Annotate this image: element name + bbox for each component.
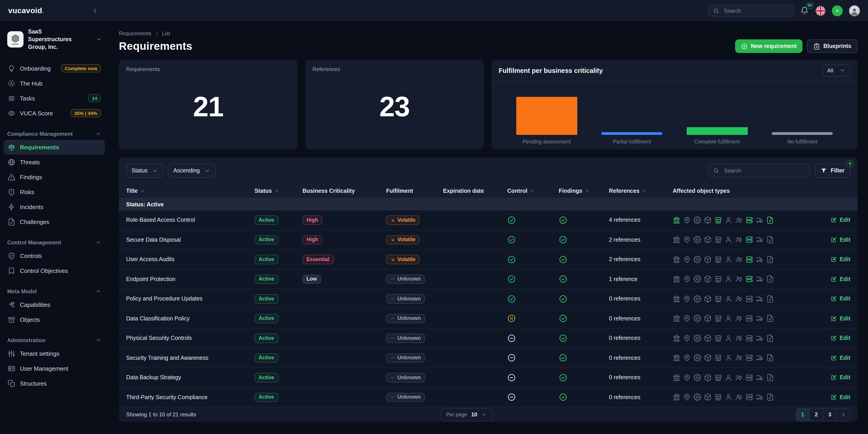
- filter-button[interactable]: Filter 0: [815, 163, 850, 178]
- sidebar-item-vuca-score[interactable]: VUCA Score35% | 34%: [4, 106, 105, 121]
- breadcrumb-requirements[interactable]: Requirements: [119, 31, 151, 36]
- status-badge: Active: [254, 353, 278, 363]
- edit-icon: [831, 237, 837, 243]
- sidebar-item-risks[interactable]: Risks: [4, 184, 105, 199]
- edit-button[interactable]: Edit: [822, 276, 850, 282]
- sidebar-item-tasks[interactable]: Tasks14: [4, 91, 105, 106]
- fulfilment-badge: Unknown: [386, 393, 425, 402]
- sort-field-select[interactable]: Status: [126, 163, 163, 178]
- edit-button[interactable]: Edit: [822, 335, 850, 342]
- quick-add-button[interactable]: [832, 5, 843, 16]
- edit-button[interactable]: Edit: [822, 394, 850, 401]
- check-circle-icon: [559, 255, 567, 264]
- sidebar-section-meta-model[interactable]: Meta Model: [7, 288, 101, 294]
- table-row[interactable]: Data Classification PolicyActiveUnknown0…: [119, 309, 858, 328]
- sidebar-item-label: Structures: [20, 380, 47, 387]
- sidebar-item-user-management[interactable]: User Management: [4, 361, 105, 376]
- user-avatar[interactable]: [849, 5, 860, 16]
- new-requirement-button[interactable]: New requirement: [735, 39, 803, 53]
- uk-flag-icon[interactable]: [815, 6, 826, 16]
- edit-button[interactable]: Edit: [822, 355, 850, 361]
- edit-icon: [831, 217, 837, 223]
- ellipsis-icon: [390, 296, 395, 301]
- sidebar-item-challenges[interactable]: Challenges: [4, 214, 105, 229]
- table-row[interactable]: Third-Party Security ComplianceActiveUnk…: [119, 387, 858, 407]
- search-icon: [713, 7, 719, 14]
- edit-button[interactable]: Edit: [822, 296, 850, 302]
- sidebar-item-onboarding[interactable]: OnboardingComplete now: [4, 61, 105, 76]
- notifications-button[interactable]: 50: [800, 6, 809, 15]
- column-header-status[interactable]: Status: [254, 187, 303, 194]
- status-badge: Active: [254, 275, 278, 284]
- check-circle-icon: [559, 354, 567, 362]
- sidebar-item-label: Challenges: [20, 219, 49, 225]
- bank-icon: [673, 315, 680, 322]
- hub-icon: [8, 80, 16, 87]
- table-row[interactable]: Security Training and AwarenessActiveUnk…: [119, 348, 858, 368]
- blueprints-button[interactable]: Blueprints: [807, 39, 858, 53]
- column-header-title[interactable]: Title: [126, 187, 254, 194]
- page-button-3[interactable]: 3: [823, 408, 836, 421]
- bank-icon: [673, 354, 680, 362]
- sidebar-section-control-management[interactable]: Control Management: [7, 239, 101, 245]
- column-header-findings[interactable]: Findings: [559, 187, 609, 194]
- table-row[interactable]: Physical Security ControlsActiveUnknown0…: [119, 328, 858, 348]
- row-title: Physical Security Controls: [126, 335, 254, 342]
- chart-filter-select[interactable]: All: [822, 64, 850, 76]
- sidebar-item-structures[interactable]: Structures: [4, 376, 105, 391]
- table-row[interactable]: Endpoint ProtectionActiveLowUnknown1 ref…: [119, 269, 858, 289]
- sidebar-item-controls[interactable]: Controls: [4, 248, 105, 263]
- sidebar-item-label: Onboarding: [20, 65, 51, 72]
- page-title: Requirements: [119, 40, 192, 53]
- edit-button[interactable]: Edit: [822, 256, 850, 263]
- global-search-input[interactable]: [723, 7, 789, 14]
- page-button-2[interactable]: 2: [809, 408, 823, 421]
- table-header-row: TitleStatusBusiness CriticalityFulfilmen…: [119, 184, 858, 198]
- references-count: 0 references: [609, 315, 673, 322]
- sidebar-item-the-hub[interactable]: The Hub: [4, 76, 105, 91]
- table-search-input[interactable]: [723, 167, 805, 174]
- app-root: vucavoid. 50: [0, 0, 868, 434]
- table-row[interactable]: Role-Based Access ControlActiveHighVolat…: [119, 210, 858, 230]
- sidebar-item-tenant-settings[interactable]: Tenant settings: [4, 346, 105, 361]
- zap-icon: [8, 203, 16, 211]
- edit-button[interactable]: Edit: [822, 315, 850, 322]
- table-row[interactable]: Data Backup StrategyActiveUnknown0 refer…: [119, 368, 858, 387]
- sidebar-item-objects[interactable]: Objects: [4, 312, 105, 327]
- edit-button[interactable]: Edit: [822, 237, 850, 243]
- page-button-1[interactable]: 1: [796, 408, 809, 421]
- global-search[interactable]: [708, 4, 794, 17]
- funnel-icon: [821, 168, 827, 174]
- edit-button[interactable]: Edit: [822, 217, 850, 223]
- minus-circle-icon: [507, 393, 516, 402]
- table-group-row: Status: Active: [119, 198, 858, 210]
- sort-order-select[interactable]: Ascending: [168, 163, 216, 178]
- table-search[interactable]: [708, 164, 810, 177]
- server-icon: [745, 276, 753, 283]
- clipboard-icon: [813, 43, 820, 50]
- sidebar-item-requirements[interactable]: Requirements: [4, 140, 105, 154]
- references-count: 1 reference: [609, 276, 673, 282]
- table-row[interactable]: User Access AuditsActiveEssentialVolatil…: [119, 250, 858, 269]
- column-header-control[interactable]: Control: [507, 187, 559, 194]
- table-row[interactable]: Policy and Procedure UpdatesActiveUnknow…: [119, 289, 858, 309]
- check-circle-icon: [507, 275, 516, 284]
- sidebar-item-findings[interactable]: Findings: [4, 170, 105, 184]
- gear-icon: [693, 394, 701, 401]
- sidebar-item-control-objectives[interactable]: Control Objectives: [4, 263, 105, 278]
- truck-icon: [756, 354, 764, 362]
- table-row[interactable]: Secure Data DisposalActiveHighVolatile2 …: [119, 230, 858, 250]
- column-header-references[interactable]: References: [609, 187, 673, 194]
- sidebar-item-threats[interactable]: Threats: [4, 154, 105, 170]
- truck-icon: [756, 315, 764, 322]
- per-page-select[interactable]: Per page 10: [440, 408, 492, 421]
- sidebar-collapse-button[interactable]: [90, 5, 100, 16]
- sidebar-item-capabilities[interactable]: Capabilities: [4, 297, 105, 312]
- sidebar-section-administration[interactable]: Administration: [7, 337, 101, 343]
- sidebar-section-compliance-management[interactable]: Compliance Management: [7, 131, 101, 137]
- sidebar-item-incidents[interactable]: Incidents: [4, 199, 105, 214]
- truck-icon: [756, 216, 764, 224]
- edit-button[interactable]: Edit: [822, 375, 850, 381]
- org-selector[interactable]: SAAS SaaS Superstructures Group, Inc.: [7, 28, 102, 51]
- next-page-button[interactable]: [836, 408, 850, 421]
